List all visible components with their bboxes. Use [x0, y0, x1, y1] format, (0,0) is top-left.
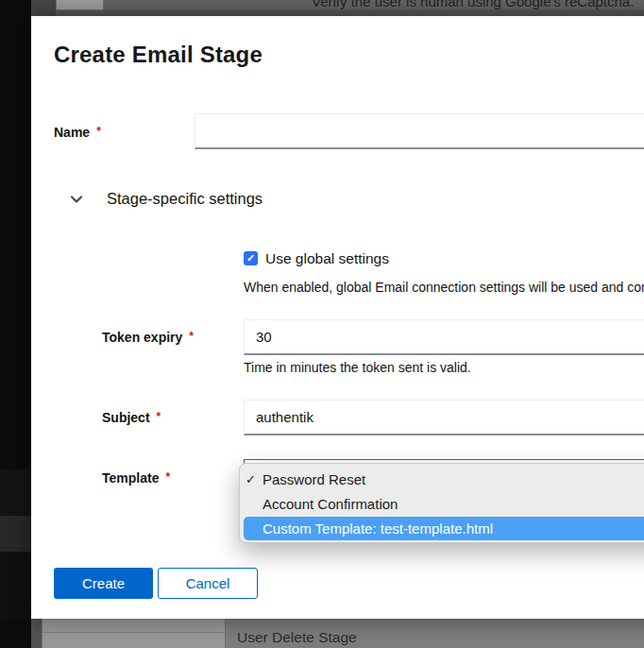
backdrop-bottom-cell [31, 619, 42, 648]
required-asterisk: * [165, 470, 170, 484]
cancel-button[interactable]: Cancel [158, 568, 258, 599]
subject-label: Subject* [102, 409, 161, 426]
option-account-confirmation[interactable]: Account Confirmation [240, 492, 644, 517]
create-button[interactable]: Create [54, 568, 153, 599]
backdrop-top-cell [31, 0, 56, 16]
template-dropdown-popup: ✓ Password Reset Account Confirmation Cu… [239, 463, 644, 543]
modal-title: Create Email Stage [54, 42, 263, 68]
backdrop-bottom-box [42, 619, 226, 648]
backdrop-top-band [56, 9, 644, 16]
selected-check-icon: ✓ [246, 468, 256, 492]
sidebar [0, 0, 31, 648]
use-global-settings-checkbox[interactable]: ✓ [244, 251, 258, 265]
name-label: Name* [54, 124, 101, 141]
template-label: Template* [102, 469, 170, 486]
backdrop-bottom-box-line [42, 632, 225, 633]
use-global-settings-help: When enabled, global Email connection se… [244, 280, 644, 295]
token-expiry-input[interactable] [244, 319, 644, 355]
screen: Verify the user is human using Google's … [0, 0, 644, 648]
required-asterisk: * [96, 125, 101, 138]
sidebar-item-block-active [0, 516, 31, 552]
sidebar-item-block [0, 552, 31, 619]
backdrop-top-box [56, 0, 104, 10]
option-password-reset[interactable]: ✓ Password Reset [240, 468, 644, 492]
required-asterisk: * [189, 330, 194, 343]
token-expiry-help: Time in minutes the token sent is valid. [244, 360, 471, 375]
chevron-down-icon [70, 194, 83, 205]
group-header-label: Stage-specific settings [107, 190, 263, 208]
backdrop-bottom-strip: User Delete Stage [31, 619, 644, 648]
option-custom-template[interactable]: Custom Template: test-template.html [244, 517, 644, 540]
subject-input[interactable] [244, 400, 644, 435]
checkbox-check-icon: ✓ [246, 252, 255, 264]
token-expiry-label: Token expiry* [102, 329, 194, 346]
backdrop-top-strip: Verify the user is human using Google's … [31, 0, 644, 16]
name-input[interactable] [195, 113, 644, 149]
sidebar-item-block [0, 469, 31, 516]
required-asterisk: * [157, 410, 161, 423]
use-global-settings-label[interactable]: Use global settings [265, 250, 389, 267]
backdrop-user-delete-stage-text: User Delete Stage [237, 629, 357, 646]
group-toggle-stage-specific-settings[interactable]: Stage-specific settings [67, 190, 275, 211]
backdrop-recaptcha-text: Verify the user is human using Google's … [312, 0, 634, 9]
